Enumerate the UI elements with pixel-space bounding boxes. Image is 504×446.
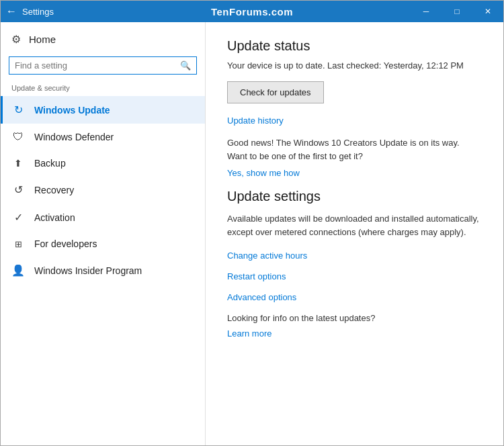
back-button[interactable]: ← <box>6 5 17 17</box>
insider-icon: 👤 <box>11 264 25 277</box>
main-panel: Update status Your device is up to date.… <box>206 22 503 445</box>
sidebar-item-recovery[interactable]: ↺ Recovery <box>1 176 205 204</box>
activation-icon: ✓ <box>11 211 25 224</box>
home-label: Home <box>29 34 56 45</box>
sidebar-item-backup[interactable]: ⬆ Backup <box>1 150 205 176</box>
sidebar-item-recovery-label: Recovery <box>34 185 74 195</box>
learn-more-link[interactable]: Learn more <box>227 328 482 339</box>
sidebar-item-activation[interactable]: ✓ Activation <box>1 204 205 231</box>
update-settings-desc: Available updates will be downloaded and… <box>227 212 482 238</box>
change-active-hours-link[interactable]: Change active hours <box>227 251 482 261</box>
sidebar-item-for-developers[interactable]: ⊞ For developers <box>1 231 205 257</box>
search-box[interactable]: 🔍 <box>9 56 197 75</box>
search-icon: 🔍 <box>175 58 196 73</box>
content-area: ⚙ Home 🔍 Update & security ↻ Windows Upd… <box>1 22 503 445</box>
restart-options-link[interactable]: Restart options <box>227 271 482 281</box>
sidebar-section-label: Update & security <box>1 80 205 96</box>
sidebar-item-windows-insider-label: Windows Insider Program <box>34 265 142 276</box>
maximize-button[interactable]: □ <box>442 1 472 22</box>
advanced-options-link[interactable]: Advanced options <box>227 292 482 302</box>
sidebar-item-windows-insider[interactable]: 👤 Windows Insider Program <box>1 257 205 284</box>
backup-icon: ⬆ <box>11 158 25 169</box>
settings-window: ← Settings TenForums.com ─ □ ✕ ⚙ Home 🔍 … <box>0 0 504 446</box>
good-news-text: Good news! The Windows 10 Creators Updat… <box>227 136 482 163</box>
minimize-button[interactable]: ─ <box>411 1 442 22</box>
yes-show-me-link[interactable]: Yes, show me how <box>227 168 482 178</box>
sidebar-item-home[interactable]: ⚙ Home <box>1 25 205 54</box>
update-settings-title: Update settings <box>227 189 482 204</box>
sidebar-item-backup-label: Backup <box>34 158 66 169</box>
status-message: Your device is up to date. Last checked:… <box>227 60 482 71</box>
sidebar-item-for-developers-label: For developers <box>34 238 97 249</box>
sidebar: ⚙ Home 🔍 Update & security ↻ Windows Upd… <box>1 22 206 445</box>
recovery-icon: ↺ <box>11 183 25 196</box>
developers-icon: ⊞ <box>11 239 25 249</box>
sidebar-item-activation-label: Activation <box>34 212 75 223</box>
titlebar-title: Settings <box>22 7 54 17</box>
update-status-title: Update status <box>227 38 482 54</box>
search-input[interactable] <box>9 57 175 74</box>
titlebar-left: ← Settings <box>6 5 54 17</box>
sidebar-item-windows-update[interactable]: ↻ Windows Update <box>1 96 205 124</box>
window-controls: ─ □ ✕ <box>411 1 503 22</box>
sidebar-item-windows-defender[interactable]: 🛡 Windows Defender <box>1 124 205 150</box>
windows-defender-icon: 🛡 <box>11 131 25 143</box>
home-icon: ⚙ <box>11 33 21 46</box>
watermark: TenForums.com <box>211 6 293 17</box>
check-updates-button[interactable]: Check for updates <box>227 81 324 103</box>
sidebar-item-windows-defender-label: Windows Defender <box>34 132 114 142</box>
close-button[interactable]: ✕ <box>472 1 503 22</box>
looking-text: Looking for info on the latest updates? <box>227 313 482 323</box>
update-history-link[interactable]: Update history <box>227 116 482 126</box>
titlebar: ← Settings TenForums.com ─ □ ✕ <box>1 1 503 22</box>
windows-update-icon: ↻ <box>11 103 25 116</box>
sidebar-item-windows-update-label: Windows Update <box>34 105 110 116</box>
